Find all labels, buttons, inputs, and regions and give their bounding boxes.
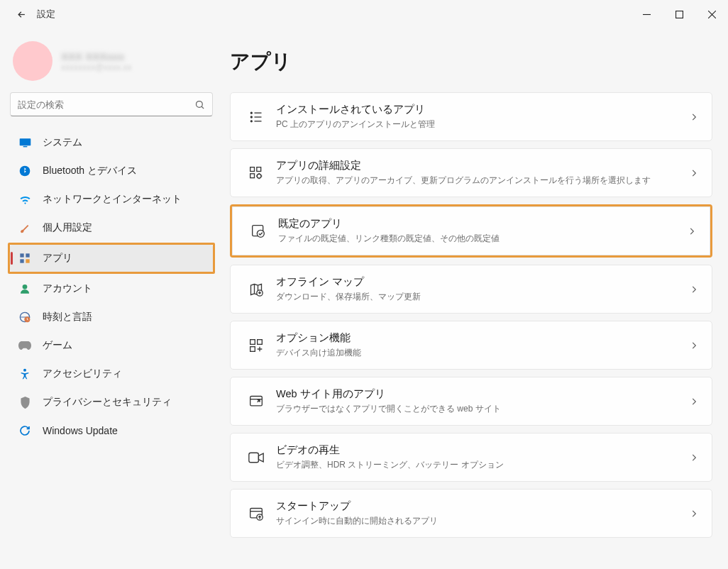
sidebar-item-label: アプリ	[43, 252, 72, 265]
avatar	[13, 41, 53, 81]
svg-rect-25	[250, 346, 255, 351]
back-button[interactable]	[11, 4, 31, 24]
chevron-right-icon	[689, 341, 699, 350]
card-apps-for-websites[interactable]: Web サイト用のアプリブラウザーではなくアプリで開くことができる web サイ…	[230, 377, 712, 426]
svg-point-9	[23, 284, 28, 289]
svg-point-1	[197, 101, 203, 107]
card-title: オプション機能	[276, 331, 689, 345]
sidebar-item-windows-update[interactable]: Windows Update	[10, 417, 213, 444]
close-button[interactable]	[695, 0, 728, 28]
sidebar-item-label: Bluetooth とデバイス	[43, 165, 137, 177]
card-video-playback[interactable]: ビデオの再生ビデオ調整、HDR ストリーミング、バッテリー オプション	[230, 433, 712, 482]
person-icon	[17, 283, 33, 294]
card-title: スタートアップ	[276, 499, 689, 513]
account-block[interactable]: XXX XXXxxx xxxxxxxx@xxxx.xx	[10, 41, 213, 81]
sidebar-item-label: Windows Update	[43, 425, 118, 436]
search-box[interactable]	[10, 92, 213, 116]
card-sub: デバイス向け追加機能	[276, 347, 689, 359]
search-icon	[194, 99, 205, 110]
sidebar-item-system[interactable]: システム	[10, 129, 213, 156]
main-content: アプリ インストールされているアプリPC 上のアプリのアンインストールと管理 ア…	[223, 28, 728, 569]
card-sub: アプリの取得、アプリのアーカイブ、更新プログラムのアンインストールを行う場所を選…	[276, 175, 689, 187]
shield-icon	[17, 397, 33, 409]
svg-rect-0	[675, 11, 683, 18]
sidebar-item-label: アカウント	[43, 282, 92, 295]
svg-point-13	[250, 112, 252, 114]
sidebar-item-accessibility[interactable]: アクセシビリティ	[10, 360, 213, 387]
maximize-button[interactable]	[663, 0, 695, 28]
svg-rect-24	[258, 339, 263, 344]
svg-point-19	[257, 174, 261, 178]
sidebar: XXX XXXxxx xxxxxxxx@xxxx.xx システム Bluetoo…	[0, 28, 223, 569]
svg-point-12	[23, 369, 26, 372]
sidebar-item-label: ゲーム	[43, 339, 72, 352]
chevron-right-icon	[689, 509, 699, 519]
svg-rect-18	[250, 173, 255, 177]
globe-clock-icon	[17, 311, 33, 323]
sidebar-item-label: システム	[43, 136, 82, 149]
sidebar-item-gaming[interactable]: ゲーム	[10, 332, 213, 359]
card-advanced-app-settings[interactable]: アプリの詳細設定アプリの取得、アプリのアーカイブ、更新プログラムのアンインストー…	[230, 148, 712, 197]
card-startup[interactable]: スタートアップサインイン時に自動的に開始されるアプリ	[230, 489, 712, 538]
chevron-right-icon	[689, 284, 699, 294]
list-icon	[243, 110, 269, 124]
card-offline-maps[interactable]: オフライン マップダウンロード、保存場所、マップ更新	[230, 265, 712, 314]
wifi-icon	[17, 194, 33, 204]
minimize-button[interactable]	[630, 0, 663, 28]
chevron-right-icon	[689, 453, 699, 463]
svg-rect-16	[250, 167, 255, 171]
svg-point-14	[250, 116, 252, 118]
svg-rect-27	[249, 453, 259, 463]
brush-icon	[17, 222, 33, 233]
monitor-icon	[17, 138, 33, 148]
gamepad-icon	[17, 341, 33, 350]
svg-rect-8	[26, 259, 29, 263]
update-icon	[17, 425, 33, 436]
video-icon	[243, 452, 269, 463]
card-optional-features[interactable]: オプション機能デバイス向け追加機能	[230, 321, 712, 370]
card-default-apps[interactable]: 既定のアプリファイルの既定値、リンク種類の既定値、その他の既定値	[232, 206, 710, 255]
sidebar-item-label: 時刻と言語	[43, 311, 92, 324]
sidebar-item-personalization[interactable]: 個人用設定	[10, 214, 213, 241]
card-installed-apps[interactable]: インストールされているアプリPC 上のアプリのアンインストールと管理	[230, 92, 712, 141]
app-check-icon	[246, 224, 271, 238]
svg-point-15	[250, 120, 252, 121]
svg-rect-3	[23, 146, 27, 147]
chevron-right-icon	[689, 168, 699, 178]
window-controls	[630, 0, 728, 28]
search-input[interactable]	[18, 99, 194, 110]
sidebar-item-label: ネットワークとインターネット	[43, 193, 182, 206]
card-title: インストールされているアプリ	[276, 103, 689, 116]
window-arrow-icon	[243, 507, 269, 521]
bluetooth-icon	[17, 165, 33, 177]
app-gear-icon	[243, 166, 269, 180]
chevron-right-icon	[687, 226, 697, 236]
sidebar-item-accounts[interactable]: アカウント	[10, 275, 213, 302]
accessibility-icon	[17, 368, 33, 380]
card-sub: ファイルの既定値、リンク種類の既定値、その他の既定値	[278, 233, 687, 245]
chevron-right-icon	[689, 112, 699, 122]
sidebar-item-label: アクセシビリティ	[43, 368, 122, 380]
sidebar-item-label: プライバシーとセキュリティ	[43, 396, 172, 409]
svg-rect-23	[250, 339, 255, 344]
svg-rect-2	[19, 138, 31, 145]
sidebar-item-network[interactable]: ネットワークとインターネット	[10, 186, 213, 213]
card-sub: ブラウザーではなくアプリで開くことができる web サイト	[276, 403, 689, 415]
card-sub: ビデオ調整、HDR ストリーミング、バッテリー オプション	[276, 459, 689, 471]
highlight-default-apps: 既定のアプリファイルの既定値、リンク種類の既定値、その他の既定値	[230, 204, 712, 258]
card-title: 既定のアプリ	[278, 217, 687, 231]
page-title: アプリ	[230, 48, 712, 75]
account-name: XXX XXXxxx	[61, 50, 132, 62]
sidebar-item-privacy[interactable]: プライバシーとセキュリティ	[10, 389, 213, 416]
chevron-right-icon	[689, 397, 699, 407]
window-link-icon	[243, 394, 269, 409]
sidebar-item-label: 個人用設定	[43, 221, 92, 234]
sidebar-item-time-language[interactable]: 時刻と言語	[10, 304, 213, 331]
map-download-icon	[243, 282, 269, 297]
card-title: Web サイト用のアプリ	[276, 387, 689, 401]
card-title: アプリの詳細設定	[276, 159, 689, 172]
sidebar-item-bluetooth[interactable]: Bluetooth とデバイス	[10, 158, 213, 184]
sidebar-item-apps[interactable]: アプリ	[10, 245, 213, 272]
card-sub: ダウンロード、保存場所、マップ更新	[276, 291, 689, 303]
account-email: xxxxxxxx@xxxx.xx	[61, 62, 132, 72]
